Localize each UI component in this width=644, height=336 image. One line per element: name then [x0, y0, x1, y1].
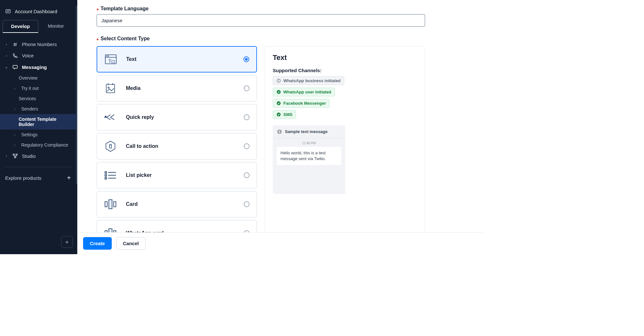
sidebar-item-content-template-builder[interactable]: Content Template Builder: [0, 114, 76, 130]
content-type-list-picker[interactable]: List picker: [97, 162, 257, 188]
account-dashboard-label: Account Dashboard: [15, 9, 57, 14]
sample-header-text: Sample text message: [285, 129, 327, 134]
sidebar-item-services[interactable]: Services: [0, 93, 76, 104]
chevron-right-icon: ›: [14, 107, 18, 111]
radio-unselected-icon: [244, 172, 250, 178]
svg-rect-7: [16, 154, 17, 155]
grid-icon: [277, 130, 282, 134]
nav-phone-numbers[interactable]: › Phone Numbers: [0, 39, 76, 50]
content-type-whatsapp-card[interactable]: WhatsApp card: [97, 220, 257, 232]
content-type-call-to-action[interactable]: Call to action: [97, 133, 257, 159]
sidebar-item-overview[interactable]: Overview: [0, 73, 76, 83]
tab-develop[interactable]: Develop: [3, 20, 38, 33]
radio-selected-icon: [243, 56, 249, 62]
hash-icon: [12, 42, 18, 47]
radio-unselected-icon: [244, 230, 250, 232]
card-type-icon: [104, 198, 117, 211]
svg-point-12: [108, 56, 109, 56]
chevron-right-icon: ›: [5, 42, 8, 47]
sidebar-item-settings[interactable]: › Settings: [0, 130, 76, 140]
svg-rect-21: [109, 144, 111, 148]
svg-point-40: [277, 113, 280, 117]
explore-products-label: Explore products: [5, 175, 42, 181]
nav-studio[interactable]: › Studio: [0, 150, 76, 162]
plus-icon: +: [67, 174, 71, 182]
sidebar-item-label: Try it out: [21, 86, 39, 91]
message-icon: [12, 64, 18, 70]
text-type-icon: T: [104, 53, 117, 66]
template-language-input[interactable]: [97, 14, 425, 27]
svg-rect-30: [109, 200, 112, 209]
chevron-right-icon: ›: [14, 143, 18, 147]
explore-products[interactable]: Explore products +: [0, 172, 76, 184]
channel-sms: SMS: [273, 110, 296, 119]
chevron-right-icon: ›: [14, 86, 18, 90]
sample-header: Sample text message: [273, 125, 345, 138]
content-type-media[interactable]: Media: [97, 75, 257, 101]
content-type-text[interactable]: T Text: [97, 46, 257, 72]
svg-rect-31: [114, 202, 116, 207]
content-type-label: WhatsApp card: [126, 230, 235, 232]
svg-point-43: [280, 131, 280, 131]
sidebar: Account Dashboard Develop Monitor › Phon…: [0, 0, 77, 254]
content-type-card[interactable]: Card: [97, 191, 257, 217]
nav-messaging[interactable]: ⌄ Messaging: [0, 61, 76, 73]
content-type-label: Quick reply: [126, 114, 235, 120]
info-icon: [276, 79, 281, 83]
radio-unselected-icon: [244, 201, 250, 207]
svg-rect-32: [105, 231, 107, 232]
chevron-down-icon: ⌄: [5, 65, 8, 69]
check-circle-icon: [276, 112, 281, 117]
svg-point-38: [277, 90, 280, 94]
svg-line-3: [14, 43, 14, 46]
sidebar-item-regulatory-compliance[interactable]: › Regulatory Compliance: [0, 140, 76, 150]
svg-point-42: [279, 131, 279, 131]
cancel-button[interactable]: Cancel: [116, 237, 146, 250]
account-dashboard-link[interactable]: Account Dashboard: [0, 6, 76, 20]
nav-voice-label: Voice: [22, 53, 34, 58]
preview-title: Text: [273, 53, 417, 62]
chevrons-left-icon: «: [66, 239, 69, 245]
svg-marker-20: [106, 141, 115, 151]
svg-rect-25: [105, 175, 107, 176]
content-type-label: Media: [126, 85, 235, 91]
channel-whatsapp-business: WhatsApp business initiated: [273, 76, 344, 85]
check-circle-icon: [276, 101, 281, 106]
nav-phone-numbers-label: Phone Numbers: [22, 42, 57, 47]
svg-point-18: [108, 87, 109, 88]
content-type-label: Text: [126, 56, 234, 62]
svg-point-45: [280, 132, 280, 132]
chevron-right-icon: ›: [5, 154, 8, 158]
whatsapp-card-type-icon: [104, 227, 117, 232]
svg-point-44: [279, 132, 279, 132]
collapse-sidebar-button[interactable]: «: [61, 236, 73, 248]
svg-text:T: T: [109, 59, 111, 63]
dashboard-icon: [5, 8, 11, 14]
svg-rect-27: [105, 178, 107, 179]
sidebar-item-senders[interactable]: › Senders: [0, 104, 76, 114]
flow-icon: [12, 153, 18, 159]
list-picker-type-icon: [104, 169, 117, 182]
svg-rect-33: [109, 229, 112, 232]
radio-unselected-icon: [244, 85, 250, 91]
content-type-quick-reply[interactable]: Quick reply: [97, 104, 257, 130]
content-type-label: Call to action: [126, 143, 235, 149]
sample-message-preview: Sample text message 11:40 PM Hello world…: [273, 125, 345, 194]
svg-rect-14: [112, 61, 115, 63]
check-circle-icon: [276, 90, 281, 94]
svg-rect-5: [13, 65, 17, 68]
sidebar-tabs: Develop Monitor: [3, 20, 73, 33]
svg-rect-6: [13, 154, 14, 155]
svg-point-22: [110, 145, 111, 146]
svg-point-37: [278, 80, 279, 80]
svg-rect-23: [105, 172, 107, 173]
content-type-list: T Text Media Quick reply: [97, 46, 257, 232]
tab-monitor[interactable]: Monitor: [38, 20, 73, 33]
nav-voice[interactable]: › Voice: [0, 50, 76, 61]
create-button[interactable]: Create: [83, 237, 112, 250]
sample-message-bubble: Hello world, this is a test message sent…: [277, 147, 341, 165]
sidebar-item-try-it-out[interactable]: › Try it out: [0, 83, 76, 93]
content-area: • Template Language • Select Content Typ…: [77, 0, 483, 232]
svg-marker-19: [105, 116, 107, 117]
cta-type-icon: [104, 140, 117, 153]
